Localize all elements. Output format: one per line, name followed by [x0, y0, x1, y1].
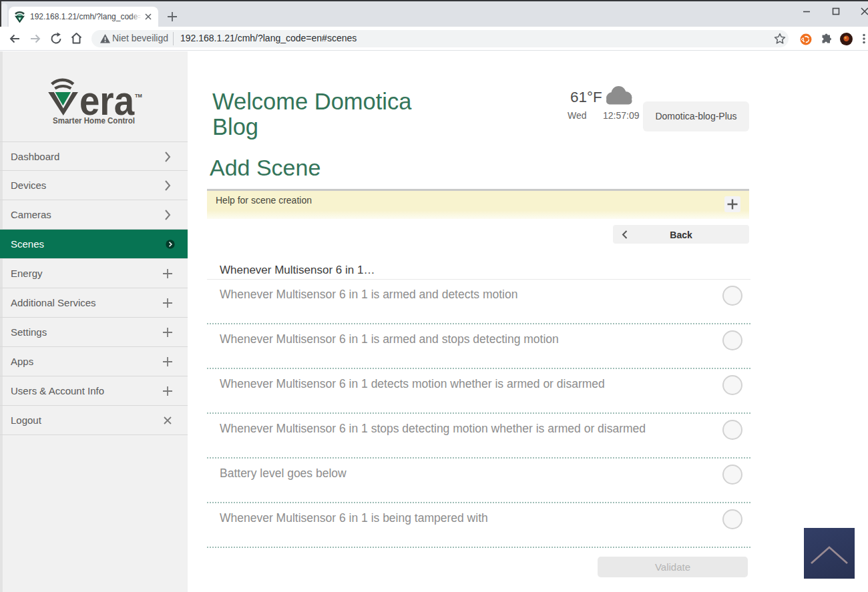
svg-text:Smarter Home Control: Smarter Home Control [53, 115, 135, 125]
svg-text:TM: TM [135, 93, 142, 99]
